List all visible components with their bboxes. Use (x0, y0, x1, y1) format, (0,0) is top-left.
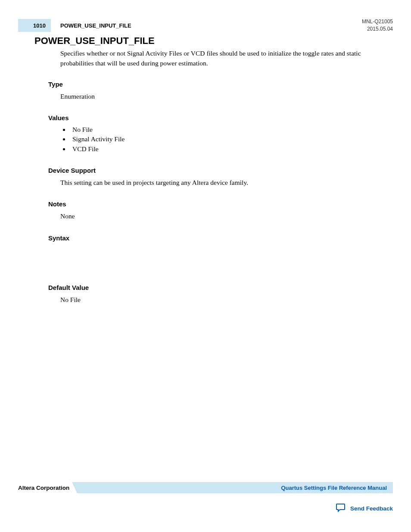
page-number-box: 1010 (18, 19, 51, 32)
device-support-heading: Device Support (48, 167, 380, 174)
list-item: Signal Activity File (70, 134, 380, 144)
feedback-row: Send Feedback (18, 503, 393, 514)
list-item: No File (70, 125, 380, 134)
footer-bar: Altera Corporation Quartus Settings File… (18, 482, 393, 493)
syntax-heading: Syntax (48, 234, 380, 242)
device-support-body: This setting can be used in projects tar… (60, 177, 380, 187)
document-meta: MNL-Q21005 2015.05.04 (362, 18, 393, 33)
document-id: MNL-Q21005 (362, 18, 393, 25)
syntax-body (48, 245, 380, 284)
page-header: 1010 POWER_USE_INPUT_FILE (18, 19, 393, 32)
values-heading: Values (48, 114, 380, 121)
notes-heading: Notes (48, 200, 380, 208)
feedback-link[interactable]: Send Feedback (350, 505, 393, 512)
page-footer: Altera Corporation Quartus Settings File… (18, 482, 393, 514)
feedback-icon[interactable] (336, 503, 346, 514)
header-title: POWER_USE_INPUT_FILE (60, 22, 131, 29)
default-value-body: No File (60, 295, 380, 305)
manual-link[interactable]: Quartus Settings File Reference Manual (281, 485, 387, 491)
footer-blue-bar: Quartus Settings File Reference Manual (77, 482, 393, 493)
type-heading: Type (48, 81, 380, 88)
document-date: 2015.05.04 (362, 25, 393, 33)
page-number: 1010 (33, 22, 46, 29)
values-list: No File Signal Activity File VCD File (70, 125, 380, 154)
description-text: Specifies whether or not Signal Activity… (60, 48, 380, 68)
content-area: Specifies whether or not Signal Activity… (48, 48, 380, 317)
corporation-name: Altera Corporation (18, 485, 77, 491)
default-value-heading: Default Value (48, 284, 380, 291)
page-title: POWER_USE_INPUT_FILE (34, 35, 155, 47)
list-item: VCD File (70, 144, 380, 154)
notes-body: None (60, 211, 380, 221)
type-body: Enumeration (60, 91, 380, 101)
